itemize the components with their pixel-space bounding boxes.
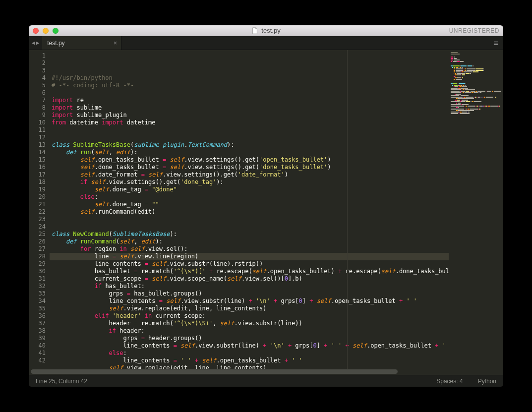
line-number: 37: [31, 320, 46, 327]
code-line[interactable]: # -*- coding: utf-8 -*-: [50, 82, 449, 89]
window-title: test.py: [29, 27, 503, 34]
code-line[interactable]: if self.view.settings().get('done_tag'):: [50, 178, 449, 186]
window-title-text: test.py: [261, 27, 280, 34]
line-number: 3: [31, 67, 46, 74]
code-line[interactable]: if header:: [50, 327, 449, 335]
line-number: 19: [31, 186, 46, 193]
forward-button[interactable]: ▶: [36, 40, 40, 46]
nav-arrows: ◀ ▶: [29, 36, 42, 50]
line-number: 30: [31, 268, 46, 275]
code-line[interactable]: self.date_format = self.view.settings().…: [50, 171, 449, 178]
minimize-window-icon[interactable]: [43, 28, 49, 34]
line-number: 2: [31, 59, 46, 67]
code-line[interactable]: [50, 134, 449, 141]
code-area[interactable]: #!/usr/bin/python# -*- coding: utf-8 -*-…: [50, 50, 449, 369]
back-button[interactable]: ◀: [32, 40, 35, 46]
line-number: 6: [31, 89, 46, 97]
line-number: 16: [31, 164, 46, 171]
code-line[interactable]: line_contents = self.view.substr(line).r…: [50, 260, 449, 268]
code-line[interactable]: def runCommand(self, edit):: [50, 238, 449, 245]
code-line[interactable]: self.view.replace(edit, line, line_conte…: [50, 305, 449, 312]
line-number: 24: [31, 223, 46, 231]
code-line[interactable]: self.done_tag = "@done": [50, 186, 449, 193]
line-number: 13: [31, 141, 46, 149]
line-number: 31: [31, 275, 46, 283]
code-line[interactable]: if has_bullet:: [50, 283, 449, 290]
code-line[interactable]: from datetime import datetime: [50, 119, 449, 126]
tab-bar: ◀ ▶ test.py × ≡: [29, 36, 503, 50]
code-line[interactable]: line_contents = self.view.substr(line) +…: [50, 297, 449, 305]
line-number: 5: [31, 82, 46, 89]
code-line[interactable]: header = re.match('^(\s*)\S+', self.view…: [50, 320, 449, 327]
unregistered-label: UNREGISTERED: [449, 27, 499, 34]
scrollbar-thumb[interactable]: [31, 369, 398, 374]
code-line[interactable]: class SublimeTasksBase(sublime_plugin.Te…: [50, 141, 449, 149]
code-line[interactable]: [50, 216, 449, 223]
code-line[interactable]: has_bullet = re.match('^(\s*)[' + re.esc…: [50, 268, 449, 275]
code-line[interactable]: self.view.replace(edit, line, line_conte…: [50, 364, 449, 369]
line-number: 9: [31, 112, 46, 119]
code-line[interactable]: line_contents = self.view.substr(line) +…: [50, 342, 449, 350]
line-number: 1: [31, 52, 46, 59]
code-line[interactable]: line = self.view.line(region): [50, 253, 449, 260]
close-icon[interactable]: ×: [114, 40, 118, 46]
tab-label: test.py: [47, 40, 64, 47]
line-number: 27: [31, 245, 46, 253]
minimap[interactable]: [449, 50, 503, 369]
status-bar: Line 25, Column 42 Spaces: 4 Python: [29, 375, 503, 387]
code-line[interactable]: self.open_tasks_bullet = self.view.setti…: [50, 156, 449, 164]
file-icon: [251, 27, 258, 34]
code-line[interactable]: class NewCommand(SublimeTasksBase):: [50, 231, 449, 238]
app-window: test.py UNREGISTERED ◀ ▶ test.py × ≡ 123…: [29, 25, 503, 387]
code-line[interactable]: else:: [50, 193, 449, 201]
line-number: 39: [31, 335, 46, 342]
line-number: 41: [31, 350, 46, 357]
titlebar: test.py UNREGISTERED: [29, 25, 503, 36]
line-number: 12: [31, 134, 46, 141]
gutter: 1234567891011121314151617181920212223242…: [29, 50, 50, 369]
code-line[interactable]: [50, 126, 449, 134]
line-number: 42: [31, 357, 46, 364]
tab-testpy[interactable]: test.py ×: [42, 36, 121, 50]
line-number: 38: [31, 327, 46, 335]
code-line[interactable]: else:: [50, 350, 449, 357]
code-line[interactable]: def run(self, edit):: [50, 149, 449, 156]
code-line[interactable]: [50, 223, 449, 231]
line-number: 7: [31, 97, 46, 104]
code-line[interactable]: [50, 89, 449, 97]
code-line[interactable]: grps = has_bullet.groups(): [50, 290, 449, 297]
line-number: 26: [31, 238, 46, 245]
line-number: 18: [31, 178, 46, 186]
line-number: 33: [31, 290, 46, 297]
horizontal-scrollbar[interactable]: [29, 369, 503, 375]
line-number: 11: [31, 126, 46, 134]
code-line[interactable]: grps = header.groups(): [50, 335, 449, 342]
code-line[interactable]: #!/usr/bin/python: [50, 74, 449, 82]
code-line[interactable]: elif 'header' in current_scope:: [50, 312, 449, 320]
code-line[interactable]: self.runCommand(edit): [50, 208, 449, 216]
close-window-icon[interactable]: [33, 28, 39, 34]
code-line[interactable]: import sublime_plugin: [50, 112, 449, 119]
zoom-window-icon[interactable]: [53, 28, 59, 34]
line-number: 14: [31, 149, 46, 156]
code-line[interactable]: line_contents = ' ' + self.open_tasks_bu…: [50, 357, 449, 364]
line-number: 10: [31, 119, 46, 126]
line-number: 29: [31, 260, 46, 268]
line-number: 4: [31, 74, 46, 82]
indent-setting[interactable]: Spaces: 4: [436, 378, 463, 385]
code-line[interactable]: import re: [50, 97, 449, 104]
line-number: 17: [31, 171, 46, 178]
code-line[interactable]: for region in self.view.sel():: [50, 245, 449, 253]
code-line[interactable]: current_scope = self.view.scope_name(sel…: [50, 275, 449, 283]
line-number: 25: [31, 231, 46, 238]
line-number: 34: [31, 297, 46, 305]
menu-icon[interactable]: ≡: [488, 36, 503, 50]
line-number: 21: [31, 201, 46, 208]
line-number: 23: [31, 216, 46, 223]
code-line[interactable]: import sublime: [50, 104, 449, 112]
line-number: 35: [31, 305, 46, 312]
code-line[interactable]: self.done_tag = "": [50, 201, 449, 208]
syntax-setting[interactable]: Python: [478, 378, 496, 385]
line-number: 22: [31, 208, 46, 216]
code-line[interactable]: self.done_tasks_bullet = self.view.setti…: [50, 164, 449, 171]
